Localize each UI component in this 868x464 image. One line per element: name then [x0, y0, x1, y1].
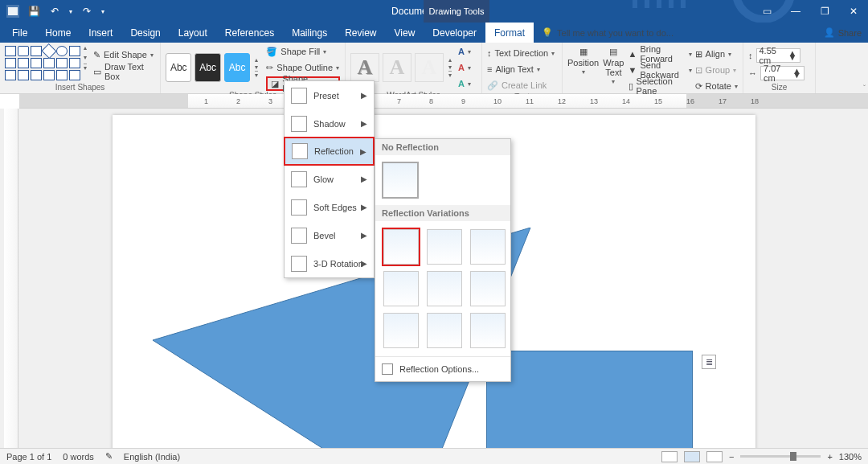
group-icon: ⊡ — [695, 65, 702, 76]
menu-glow[interactable]: Glow▶ — [285, 165, 374, 193]
zoom-out-button[interactable]: − — [729, 452, 734, 462]
gallery-row-down[interactable]: ▾ — [84, 54, 87, 61]
undo-icon[interactable]: ↶ — [48, 5, 61, 18]
zoom-in-button[interactable]: + — [827, 452, 832, 462]
shape-fill-button[interactable]: 🪣Shape Fill▾ — [266, 44, 340, 59]
menu-bevel[interactable]: Bevel▶ — [285, 221, 374, 249]
tab-insert[interactable]: Insert — [80, 23, 121, 43]
menu-soft-edges[interactable]: Soft Edges▶ — [285, 193, 374, 221]
wordart-style-3[interactable]: A — [415, 53, 444, 82]
reflection-var-7[interactable] — [383, 313, 419, 348]
reflection-var-9[interactable] — [470, 313, 506, 348]
shape-effects-menu: Preset▶ Shadow▶ Reflection▶ Glow▶ Soft E… — [284, 80, 375, 278]
shapes-gallery[interactable] — [5, 44, 80, 80]
align-text-button[interactable]: ≡Align Text▾ — [487, 62, 555, 76]
vertical-ruler[interactable] — [4, 109, 18, 448]
text-effects-button[interactable]: A▾ — [458, 76, 471, 91]
rotate-button[interactable]: ⟳Rotate▾ — [695, 79, 738, 93]
style-more[interactable]: ▾ — [255, 71, 258, 79]
contextual-tab-label: Drawing Tools — [424, 0, 489, 23]
softedges-icon — [291, 199, 307, 216]
tell-me-search[interactable]: 💡Tell me what you want to do... — [534, 23, 674, 43]
redo-icon[interactable]: ↷ — [80, 5, 93, 18]
undo-more-icon[interactable]: ▾ — [69, 8, 72, 15]
ribbon-display-options-button[interactable]: ▭ — [752, 0, 781, 23]
shape-height-input[interactable]: 4.55 cm▲▼ — [756, 48, 800, 63]
wrap-text-button[interactable]: ▤Wrap Text▾ — [602, 47, 624, 86]
close-button[interactable]: ✕ — [839, 0, 868, 23]
align-button[interactable]: ⊞Align▾ — [695, 47, 738, 61]
zoom-level[interactable]: 130% — [839, 452, 862, 462]
width-icon: ↔ — [748, 68, 757, 78]
reflection-var-3[interactable] — [470, 229, 506, 265]
view-web-layout[interactable] — [706, 451, 723, 462]
save-icon[interactable]: 💾 — [27, 5, 40, 18]
tab-file[interactable]: File — [3, 23, 36, 43]
edit-shape-button[interactable]: ✎Edit Shape▾ — [93, 47, 155, 62]
bring-forward-button[interactable]: ▲Bring Forward▾ — [628, 47, 692, 61]
reflection-var-2[interactable] — [427, 229, 462, 265]
tab-references[interactable]: References — [216, 23, 283, 43]
menu-preset[interactable]: Preset▶ — [285, 81, 374, 109]
align-text-icon: ≡ — [487, 64, 492, 74]
tab-mailings[interactable]: Mailings — [283, 23, 336, 43]
reflection-none[interactable] — [382, 162, 419, 199]
selection-pane-button[interactable]: ▯Selection Pane — [628, 79, 692, 93]
status-language[interactable]: English (India) — [124, 452, 180, 462]
tab-developer[interactable]: Developer — [424, 23, 485, 43]
text-fill-button[interactable]: A▾ — [458, 44, 471, 59]
menu-3d-rotation[interactable]: 3-D Rotation▶ — [285, 249, 374, 277]
zoom-slider[interactable] — [740, 455, 821, 458]
tab-design[interactable]: Design — [121, 23, 169, 43]
wa-row-down[interactable]: ▾ — [448, 64, 452, 71]
reflection-var-6[interactable] — [470, 271, 506, 306]
shape-style-1[interactable]: Abc — [166, 53, 191, 82]
status-proofing-icon[interactable]: ✎ — [105, 451, 113, 462]
view-print-layout[interactable] — [684, 451, 700, 462]
layout-options-icon[interactable]: ≣ — [702, 355, 716, 369]
qat-customize-icon[interactable]: ▾ — [101, 8, 104, 15]
horizontal-ruler[interactable]: 123456789101112131415161718 — [19, 94, 868, 109]
shape-style-2[interactable]: Abc — [194, 53, 220, 82]
reflection-var-8[interactable] — [427, 313, 462, 348]
position-button[interactable]: ▦Position▾ — [567, 47, 599, 76]
collapse-ribbon-icon[interactable]: ˇ — [863, 84, 866, 92]
tab-review[interactable]: Review — [336, 23, 385, 43]
shape-width-input[interactable]: 7.07 cm▲▼ — [760, 66, 805, 80]
rotation3d-icon — [291, 256, 307, 272]
wordart-style-1[interactable]: A — [350, 53, 379, 82]
tab-layout[interactable]: Layout — [170, 23, 216, 43]
minimize-button[interactable]: — — [781, 0, 810, 23]
gallery-more[interactable]: ▾ — [84, 64, 87, 72]
wrap-icon: ▤ — [609, 47, 617, 56]
preset-icon — [291, 88, 307, 104]
status-page[interactable]: Page 1 of 1 — [6, 452, 51, 462]
reflection-options[interactable]: Reflection Options... — [375, 356, 510, 381]
menu-shadow[interactable]: Shadow▶ — [285, 109, 374, 138]
gallery-row-up[interactable]: ▴ — [84, 44, 87, 51]
menu-reflection[interactable]: Reflection▶ — [284, 137, 375, 166]
reflection-var-4[interactable] — [383, 271, 419, 306]
style-row-up[interactable]: ▴ — [255, 56, 258, 64]
wordart-style-2[interactable]: A — [383, 53, 411, 82]
text-outline-button[interactable]: A▾ — [458, 60, 471, 75]
wa-row-up[interactable]: ▴ — [448, 56, 452, 64]
tab-view[interactable]: View — [386, 23, 424, 43]
draw-text-box-button[interactable]: ▭Draw Text Box — [93, 64, 155, 79]
status-word-count[interactable]: 0 words — [63, 452, 94, 462]
wa-more[interactable]: ▾ — [448, 71, 452, 79]
send-backward-button[interactable]: ▼Send Backward▾ — [628, 63, 692, 77]
tab-home[interactable]: Home — [36, 23, 80, 43]
reflection-var-5[interactable] — [427, 271, 462, 306]
rectangle-shape[interactable] — [486, 351, 693, 448]
tab-format[interactable]: Format — [485, 23, 534, 43]
view-read-mode[interactable] — [661, 451, 678, 462]
shape-outline-button[interactable]: ✏Shape Outline▾ — [266, 60, 340, 75]
shape-style-3[interactable]: Abc — [224, 53, 250, 82]
style-row-down[interactable]: ▾ — [255, 64, 258, 71]
share-button[interactable]: 👤Share — [824, 23, 862, 43]
reflection-var-1[interactable] — [383, 229, 419, 265]
text-direction-icon: ↕ — [487, 48, 492, 58]
text-direction-button[interactable]: ↕Text Direction▾ — [487, 46, 555, 60]
restore-button[interactable]: ❐ — [810, 0, 839, 23]
